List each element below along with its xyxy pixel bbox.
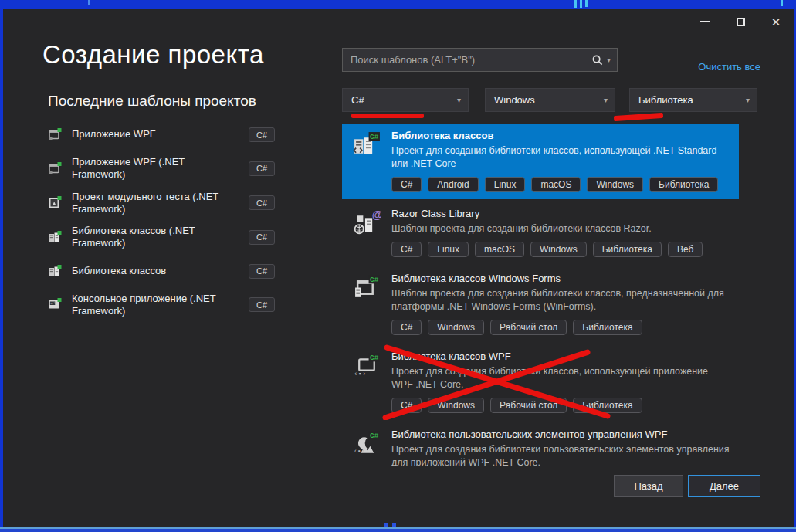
recent-template-item[interactable]: Приложение WPFC# [48, 123, 275, 147]
template-tag[interactable]: macOS [531, 177, 581, 192]
template-title: Razor Class Library [391, 207, 731, 220]
template-body: Библиотека пользовательских элементов уп… [391, 428, 731, 466]
template-tags: C#AndroidLinuxmacOSWindowsБиблиотека [391, 177, 731, 192]
template-body: Библиотека классов Windows FormsШаблон п… [391, 272, 731, 335]
search-controls[interactable]: ▾ [591, 54, 617, 66]
platform-filter-value: Windows [486, 94, 604, 106]
template-description: Проект для создания библиотеки классов, … [391, 365, 731, 391]
template-list: C#Библиотека классовПроект для создания … [342, 124, 739, 466]
language-badge: C# [249, 195, 275, 210]
template-item[interactable]: @Razor Class LibraryШаблон проекта для с… [342, 202, 739, 264]
template-tag[interactable]: Библиотека [593, 242, 662, 257]
template-item[interactable]: ‹▪›C#Библиотека классов WPFПроект для со… [342, 344, 739, 420]
language-badge: C# [249, 264, 275, 279]
recent-template-item[interactable]: C:\Консольное приложение (.NET Framework… [48, 293, 275, 318]
template-tag[interactable]: Библиотека [573, 320, 642, 335]
template-tag[interactable]: Рабочий стол [490, 320, 567, 335]
class-library-icon [48, 230, 63, 245]
template-tag[interactable]: Библиотека [649, 177, 718, 192]
class-library-icon [48, 264, 63, 279]
wpf-lib-icon: ‹▪›C# [353, 350, 382, 413]
svg-text:C#: C# [370, 133, 379, 141]
template-body: Razor Class LibraryШаблон проекта для со… [391, 207, 731, 257]
template-tag[interactable]: Linux [428, 242, 469, 257]
template-body: Библиотека классовПроект для создания би… [391, 129, 731, 192]
template-item[interactable]: C#Библиотека классовПроект для создания … [342, 124, 739, 199]
razor-icon: @ [353, 207, 382, 257]
svg-text:‹▪›: ‹▪› [354, 448, 365, 455]
template-tag[interactable]: Веб [668, 242, 703, 257]
svg-text:C#: C# [370, 276, 379, 284]
template-tag[interactable]: C# [391, 242, 422, 257]
recent-template-item[interactable]: Библиотека классовC# [48, 259, 275, 283]
unit-test-icon [48, 195, 63, 210]
language-filter-dropdown[interactable]: C# ▾ [342, 88, 469, 112]
search-input[interactable] [343, 54, 591, 66]
maximize-button[interactable] [729, 11, 752, 32]
minimize-icon [700, 21, 710, 22]
template-tag[interactable]: C# [391, 398, 422, 413]
language-badge: C# [249, 230, 275, 245]
chevron-down-icon: ▾ [457, 96, 468, 104]
recent-template-label: Проект модульного теста (.NET Framework) [72, 191, 240, 216]
template-tag[interactable]: C# [391, 320, 422, 335]
project-type-filter-dropdown[interactable]: Библиотека ▾ [629, 88, 757, 112]
next-button[interactable]: Далее [688, 475, 760, 497]
new-project-dialog: ✕ Создание проекта Последние шаблоны про… [3, 9, 794, 527]
recent-template-label: Библиотека классов (.NET Framework) [72, 225, 240, 250]
recent-templates-list: Приложение WPFC#Приложение WPF (.NET Fra… [48, 123, 275, 327]
template-description: Шаблон проекта для создания библиотеки к… [391, 287, 731, 313]
template-tag[interactable]: Windows [428, 398, 484, 413]
template-item[interactable]: ‹▪›C#Библиотека пользовательских элемент… [342, 422, 739, 466]
recent-template-item[interactable]: Приложение WPF (.NET Framework)C# [48, 156, 275, 181]
visual-studio-window: ✕ Создание проекта Последние шаблоны про… [0, 0, 796, 532]
platform-filter-dropdown[interactable]: Windows ▾ [485, 88, 615, 112]
template-tag[interactable]: Windows [530, 242, 587, 257]
svg-text:C:\: C:\ [50, 302, 55, 305]
titlebar-artifact [580, 0, 582, 8]
recent-templates-heading: Последние шаблоны проектов [48, 93, 256, 110]
language-filter-value: C# [343, 94, 457, 106]
titlebar-artifact [781, 0, 783, 6]
back-button[interactable]: Назад [614, 475, 683, 497]
wpf-usercontrol-icon: ‹▪›C# [353, 428, 382, 466]
language-badge: C# [249, 127, 275, 142]
template-tag[interactable]: Windows [587, 177, 643, 192]
template-tag[interactable]: Linux [485, 177, 526, 192]
language-badge: C# [249, 161, 275, 176]
class-library-big-icon: C# [353, 129, 382, 192]
template-tag[interactable]: C# [391, 177, 422, 192]
page-title: Создание проекта [42, 40, 264, 69]
recent-template-item[interactable]: Проект модульного теста (.NET Framework)… [48, 191, 275, 216]
template-title: Библиотека пользовательских элементов уп… [391, 428, 731, 441]
svg-text:C#: C# [370, 432, 379, 440]
template-item[interactable]: C#Библиотека классов Windows FormsШаблон… [342, 266, 739, 342]
recent-template-label: Приложение WPF (.NET Framework) [72, 156, 240, 181]
window-controls: ✕ [693, 11, 788, 32]
template-tags: C#LinuxmacOSWindowsБиблиотекаВеб [391, 242, 731, 257]
template-tag[interactable]: Android [428, 177, 478, 192]
red-underline-annotation [351, 114, 424, 118]
template-body: Библиотека классов WPFПроект для создани… [391, 350, 731, 413]
template-tag[interactable]: Windows [428, 320, 484, 335]
recent-template-item[interactable]: Библиотека классов (.NET Framework)C# [48, 225, 275, 250]
template-description: Проект для создания библиотеки пользоват… [391, 443, 731, 466]
template-tag[interactable]: Рабочий стол [490, 398, 567, 413]
winforms-icon: C# [353, 272, 382, 335]
recent-template-label: Библиотека классов [72, 265, 240, 277]
titlebar-artifact [88, 0, 90, 5]
project-type-filter-value: Библиотека [630, 94, 746, 106]
window-bottom-border [0, 529, 796, 532]
clear-all-link[interactable]: Очистить все [698, 61, 760, 73]
close-button[interactable]: ✕ [764, 11, 788, 32]
chevron-down-icon: ▾ [746, 96, 757, 104]
template-tag[interactable]: Библиотека [573, 398, 642, 413]
svg-text:‹▪›: ‹▪› [354, 370, 367, 378]
template-tag[interactable]: macOS [475, 242, 524, 257]
svg-text:C#: C# [370, 354, 379, 362]
template-title: Библиотека классов [391, 129, 731, 142]
minimize-button[interactable] [693, 11, 716, 32]
recent-template-label: Приложение WPF [72, 128, 240, 141]
console-icon: C:\ [48, 297, 63, 312]
red-underline-annotation [614, 113, 663, 121]
